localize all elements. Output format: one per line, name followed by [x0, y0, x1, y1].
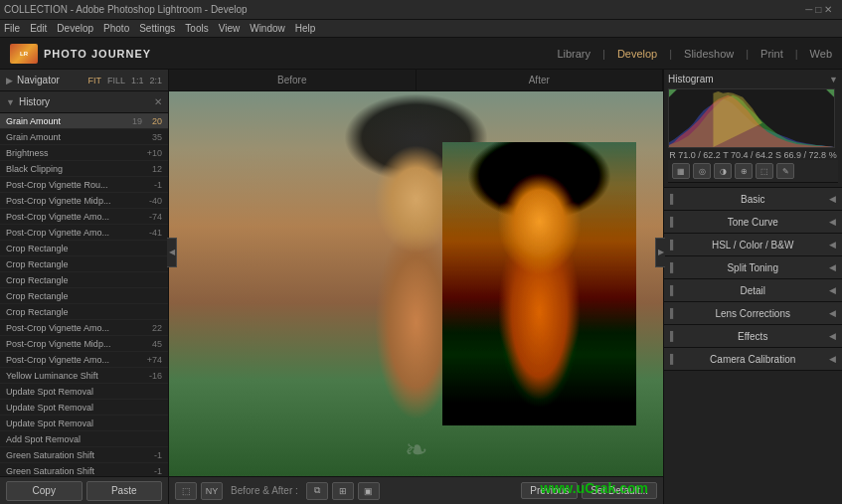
history-panel: ▼ History ✕ Grain Amount1920Grain Amount… [0, 91, 168, 476]
history-close-icon[interactable]: ✕ [154, 96, 162, 107]
center-area: Before After ❧ ❧ ⬚ NY [169, 70, 663, 504]
history-item[interactable]: Post-Crop Vignette Amo...+74 [0, 352, 168, 368]
history-item[interactable]: Green Saturation Shift-1 [0, 447, 168, 463]
history-item[interactable]: Post-Crop Vignette Midp...-40 [0, 193, 168, 209]
history-item[interactable]: Post-Crop Vignette Midp...45 [0, 336, 168, 352]
right-panel-toggle[interactable]: ▶ [655, 238, 665, 267]
menu-help[interactable]: Help [295, 23, 316, 34]
history-item[interactable]: Update Spot Removal [0, 400, 168, 416]
history-item[interactable]: Post-Crop Vignette Rou...-1 [0, 177, 168, 193]
split-toning-label: Split Toning [727, 262, 778, 273]
basic-section-header[interactable]: ▌ Basic ◀ [664, 188, 842, 210]
basic-arrow: ◀ [829, 194, 836, 204]
before-after-label: Before & After : [231, 485, 298, 496]
module-print[interactable]: Print [760, 48, 783, 60]
tone-curve-header[interactable]: ▌ Tone Curve ◀ [664, 211, 842, 233]
history-item[interactable]: Crop Rectangle [0, 256, 168, 272]
module-separator-4: | [795, 48, 798, 60]
hsl-label: HSL / Color / B&W [712, 240, 793, 251]
history-item[interactable]: Grain Amount35 [0, 129, 168, 145]
basic-section: ▌ Basic ◀ [664, 188, 842, 211]
module-library[interactable]: Library [557, 48, 590, 60]
logo-text: PHOTO JOURNEY [44, 48, 151, 60]
menu-settings[interactable]: Settings [139, 23, 175, 34]
compare-btn-1[interactable]: ⧉ [306, 482, 328, 500]
history-header[interactable]: ▼ History ✕ [0, 91, 168, 113]
module-develop[interactable]: Develop [617, 48, 657, 60]
left-panel-toggle[interactable]: ◀ [167, 238, 177, 267]
histogram-arrow: ▼ [829, 75, 838, 84]
effects-label: Effects [738, 331, 767, 342]
after-image [442, 142, 636, 425]
zoom-fit[interactable]: FIT [87, 76, 101, 85]
after-watermark-overlay: ❧ [417, 433, 428, 466]
paste-button[interactable]: Paste [86, 481, 163, 501]
history-arrow: ▼ [6, 97, 15, 107]
menu-edit[interactable]: Edit [30, 23, 47, 34]
histogram-title: Histogram [668, 74, 714, 84]
basic-label: Basic [741, 194, 764, 205]
compare-btn-3[interactable]: ▣ [358, 482, 380, 500]
navigator-header[interactable]: ▶ Navigator FIT FILL 1:1 2:1 [0, 70, 168, 91]
history-item[interactable]: Crop Rectangle [0, 304, 168, 320]
previous-button[interactable]: Previous [521, 482, 578, 499]
mode-btn[interactable]: NY [201, 482, 223, 500]
history-item[interactable]: Post-Crop Vignette Amo...-74 [0, 209, 168, 225]
hsl-header[interactable]: ▌ HSL / Color / B&W ◀ [664, 234, 842, 255]
module-slideshow[interactable]: Slideshow [684, 48, 734, 60]
history-item[interactable]: Post-Crop Vignette Amo...-41 [0, 225, 168, 241]
tone-curve-arrow: ◀ [829, 217, 836, 227]
titlebar-text: COLLECTION - Adobe Photoshop Lightroom -… [4, 4, 248, 15]
zoom-2-1[interactable]: 2:1 [149, 76, 162, 85]
split-toning-header[interactable]: ▌ Split Toning ◀ [664, 256, 842, 278]
history-item[interactable]: Update Spot Removal [0, 416, 168, 431]
tone-curve-label: Tone Curve [728, 217, 778, 228]
detail-header[interactable]: ▌ Detail ◀ [664, 279, 842, 301]
lens-corrections-arrow: ◀ [829, 308, 836, 318]
tone-tool-4[interactable]: ⊕ [735, 163, 753, 179]
lens-corrections-header[interactable]: ▌ Lens Corrections ◀ [664, 302, 842, 324]
hsl-arrow: ◀ [829, 240, 836, 250]
crop-tool-btn[interactable]: ⬚ [175, 482, 197, 500]
history-list[interactable]: Grain Amount1920Grain Amount35Brightness… [0, 113, 168, 476]
history-item[interactable]: Brightness+10 [0, 145, 168, 161]
menu-view[interactable]: View [219, 23, 241, 34]
copy-button[interactable]: Copy [6, 481, 83, 501]
module-nav: Library | Develop | Slideshow | Print | … [557, 48, 832, 60]
menu-develop[interactable]: Develop [57, 23, 93, 34]
set-default-button[interactable]: Set Default... [582, 482, 657, 499]
tone-curve-section: ▌ Tone Curve ◀ [664, 211, 842, 234]
history-item[interactable]: Green Saturation Shift-1 [0, 463, 168, 476]
view-labels: Before After [169, 70, 663, 91]
menu-tools[interactable]: Tools [185, 23, 208, 34]
history-item[interactable]: Post-Crop Vignette Amo...22 [0, 320, 168, 336]
bottom-toolbar: ⬚ NY Before & After : ⧉ ⊞ ▣ Previous Set… [169, 476, 663, 504]
history-item[interactable]: Crop Rectangle [0, 241, 168, 256]
history-item[interactable]: Add Spot Removal [0, 431, 168, 447]
tone-tool-2[interactable]: ◎ [693, 163, 711, 179]
module-web[interactable]: Web [810, 48, 832, 60]
history-title: History [19, 96, 150, 107]
menu-window[interactable]: Window [250, 23, 285, 34]
tone-tool-1[interactable]: ▦ [672, 163, 690, 179]
copy-paste-bar: Copy Paste [0, 476, 168, 504]
history-item[interactable]: Yellow Luminance Shift-16 [0, 368, 168, 384]
camera-calibration-header[interactable]: ▌ Camera Calibration ◀ [664, 348, 842, 370]
after-label: After [417, 70, 664, 90]
history-item[interactable]: Crop Rectangle [0, 288, 168, 304]
photos-area: ❧ ❧ [169, 91, 663, 476]
compare-btn-2[interactable]: ⊞ [332, 482, 354, 500]
history-item[interactable]: Update Spot Removal [0, 384, 168, 400]
zoom-1-1[interactable]: 1:1 [131, 76, 144, 85]
tone-tool-5[interactable]: ⬚ [756, 163, 773, 179]
history-item[interactable]: Grain Amount1920 [0, 113, 168, 129]
tone-tool-3[interactable]: ◑ [714, 163, 732, 179]
menu-file[interactable]: File [4, 23, 20, 34]
history-item[interactable]: Black Clipping12 [0, 161, 168, 177]
main-layout: ▶ Navigator FIT FILL 1:1 2:1 ▼ History ✕… [0, 70, 842, 504]
menu-photo[interactable]: Photo [103, 23, 129, 34]
effects-header[interactable]: ▌ Effects ◀ [664, 325, 842, 347]
zoom-fill[interactable]: FILL [107, 76, 125, 85]
tone-tool-6[interactable]: ✎ [776, 163, 794, 179]
history-item[interactable]: Crop Rectangle [0, 272, 168, 288]
